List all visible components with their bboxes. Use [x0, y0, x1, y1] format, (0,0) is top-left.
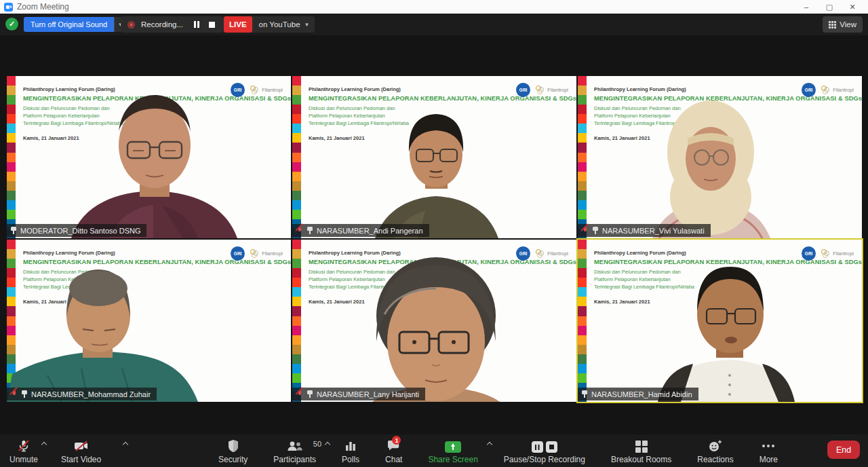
mic-muted-icon	[10, 390, 18, 398]
participant-video-andi	[292, 76, 576, 238]
participant-name: NARASUMBER_Hamid Abidin	[591, 390, 692, 398]
live-badge: LIVE	[224, 16, 252, 33]
security-button[interactable]: Security	[216, 436, 250, 466]
video-tile-andi-pangeran[interactable]: Philanthropy Learning Forum (Daring) MEN…	[292, 76, 576, 238]
original-sound-button[interactable]: Turn off Original Sound	[24, 17, 114, 32]
pin-icon	[581, 390, 588, 398]
participant-name-label: MODERATOR_Ditto Santoso DSNG	[7, 224, 146, 237]
participant-video-ditto	[7, 76, 291, 238]
pause-recording-icon[interactable]	[189, 19, 200, 30]
participants-options-caret[interactable]	[325, 442, 330, 447]
start-video-button[interactable]: Start Video	[58, 436, 104, 466]
participant-name: NARASUMBER_Andi Pangeran	[317, 227, 423, 235]
reactions-button[interactable]: Reactions	[694, 436, 736, 466]
participant-name-label: NARASUMBER_Lany Harijanti	[292, 388, 425, 400]
polls-icon	[344, 439, 357, 453]
participant-video-hamid	[578, 240, 862, 402]
participant-name: NARASUMBER_Mohammad Zuhair	[31, 390, 151, 398]
breakout-rooms-button[interactable]: Breakout Rooms	[608, 436, 674, 466]
maximize-button[interactable]: ▢	[818, 0, 841, 14]
recording-label: Recording...	[141, 20, 183, 29]
participant-name-label: NARASUMBER_Andi Pangeran	[292, 224, 429, 237]
unmute-button[interactable]: Unmute	[7, 436, 41, 466]
video-gallery: Philanthropy Learning Forum (Daring) MEN…	[0, 35, 868, 434]
video-options-caret[interactable]	[123, 442, 128, 447]
participant-name-label: NARASUMBER_Mohammad Zuhair	[7, 388, 157, 400]
more-icon	[762, 439, 774, 453]
recording-icon	[127, 21, 135, 29]
video-tile-hamid-abidin[interactable]: Philanthropy Learning Forum (Daring) MEN…	[578, 240, 862, 402]
view-button[interactable]: View	[823, 16, 863, 33]
video-tile-ditto-santoso[interactable]: Philanthropy Learning Forum (Daring) MEN…	[7, 76, 291, 238]
mic-muted-icon	[296, 390, 303, 398]
pause-stop-recording-icon	[532, 441, 557, 453]
share-options-caret[interactable]	[487, 442, 492, 447]
pin-icon	[592, 226, 599, 235]
view-label: View	[840, 20, 856, 29]
meeting-top-toolbar: ✓ Turn off Original Sound ▼ Recording...…	[0, 14, 868, 35]
chat-button[interactable]: Chat 1	[382, 436, 405, 466]
video-tile-mohammad-zuhair[interactable]: Philanthropy Learning Forum (Daring) MEN…	[7, 240, 291, 402]
pin-icon	[307, 390, 313, 398]
video-off-icon	[73, 439, 90, 453]
mic-muted-icon	[296, 226, 303, 235]
end-meeting-button[interactable]: End	[827, 441, 860, 459]
video-tile-lany-harijanti[interactable]: Philanthropy Learning Forum (Daring) MEN…	[292, 240, 576, 402]
breakout-rooms-icon	[635, 441, 648, 453]
security-shield-icon[interactable]: ✓	[5, 18, 18, 31]
live-stream-indicator: LIVE on YouTube ▼	[224, 16, 315, 33]
participants-button[interactable]: Participants 50	[271, 436, 319, 466]
security-icon	[227, 439, 239, 453]
participant-video-vivi	[578, 76, 862, 238]
close-button[interactable]: ✕	[841, 0, 864, 14]
pin-icon	[307, 226, 313, 235]
live-target-label: on YouTube	[252, 20, 304, 29]
minimize-button[interactable]: –	[795, 0, 818, 14]
participants-count: 50	[313, 440, 321, 448]
window-title: Zoom Meeting	[17, 2, 69, 12]
mic-muted-icon	[17, 439, 31, 453]
zoom-meeting-window: Zoom Meeting – ▢ ✕ ✓ Turn off Original S…	[0, 0, 868, 467]
pin-icon	[21, 390, 28, 398]
participant-name-label: NARASUMBER_Hamid Abidin	[578, 388, 698, 400]
reactions-icon	[708, 439, 723, 453]
pin-icon	[10, 226, 17, 235]
view-grid-icon	[829, 21, 836, 29]
participant-name-label: NARASUMBER_Vivi Yulaswati	[578, 224, 711, 237]
participant-name: MODERATOR_Ditto Santoso DSNG	[20, 227, 140, 235]
unmute-options-caret[interactable]	[41, 442, 47, 447]
participant-video-lany	[292, 240, 576, 402]
participant-name: NARASUMBER_Lany Harijanti	[317, 390, 419, 398]
participants-icon	[286, 439, 304, 453]
participant-name: NARASUMBER_Vivi Yulaswati	[602, 227, 705, 235]
share-screen-icon	[445, 441, 461, 453]
recording-indicator: Recording...	[121, 16, 224, 33]
more-button[interactable]: More	[757, 436, 781, 466]
window-titlebar: Zoom Meeting – ▢ ✕	[0, 0, 868, 14]
meeting-bottom-toolbar: Unmute Start Video	[0, 434, 868, 467]
participant-video-zuhair	[7, 240, 291, 402]
live-dropdown[interactable]: ▼	[304, 22, 315, 28]
stop-recording-icon[interactable]	[206, 19, 217, 30]
share-screen-button[interactable]: Share Screen	[425, 436, 480, 466]
video-tile-vivi-yulaswati[interactable]: Philanthropy Learning Forum (Daring) MEN…	[578, 76, 862, 238]
zoom-app-icon	[4, 3, 13, 12]
mic-muted-icon	[581, 226, 589, 235]
pause-stop-recording-button[interactable]: Pause/Stop Recording	[501, 436, 588, 466]
polls-button[interactable]: Polls	[339, 436, 362, 466]
